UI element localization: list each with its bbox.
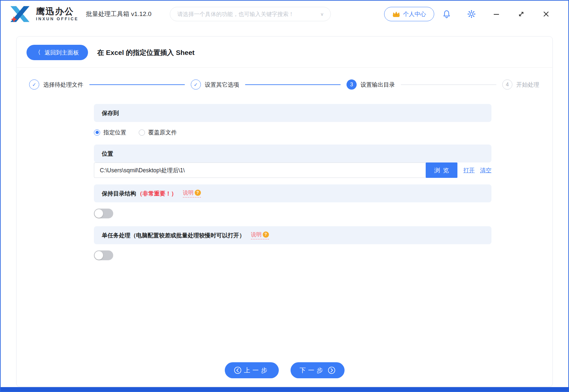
single-task-help-link[interactable]: 说明 ? bbox=[251, 231, 269, 239]
step-1-label: 选择待处理文件 bbox=[43, 81, 83, 89]
save-to-options: 指定位置 覆盖原文件 bbox=[94, 126, 491, 139]
user-center-button[interactable]: 个人中心 bbox=[384, 7, 434, 21]
keep-structure-help-link[interactable]: 说明 ? bbox=[183, 189, 201, 197]
arrow-left-circle-icon bbox=[234, 366, 241, 374]
next-step-label: 下一步 bbox=[300, 366, 325, 375]
output-path-input[interactable] bbox=[94, 162, 426, 178]
path-link-actions: 打开 清空 bbox=[463, 166, 491, 174]
location-section-header: 位置 bbox=[94, 145, 491, 162]
logo-text: 鹰迅办公 INXUN OFFICE bbox=[36, 7, 79, 21]
function-search-select[interactable]: 请选择一个具体的功能，也可输入关键字搜索！ ∨ bbox=[170, 7, 331, 21]
maximize-icon bbox=[517, 10, 525, 18]
back-to-dashboard-button[interactable]: 〈 返回到主面板 bbox=[27, 45, 88, 60]
single-task-toggle[interactable] bbox=[94, 250, 113, 260]
keep-structure-toggle[interactable] bbox=[94, 209, 113, 218]
close-button[interactable] bbox=[534, 7, 559, 21]
output-settings-form: 保存到 指定位置 覆盖原文件 位置 浏览 打开 清空 保持目录结构 bbox=[94, 104, 491, 260]
check-icon: ✓ bbox=[32, 82, 36, 88]
panel-header: 〈 返回到主面板 在 Excel 的指定位置插入 Sheet bbox=[17, 37, 552, 68]
previous-step-label: 上一步 bbox=[244, 366, 270, 375]
maximize-button[interactable] bbox=[509, 7, 534, 21]
keep-structure-section-header: 保持目录结构 （非常重要！） 说明 ? bbox=[94, 184, 491, 202]
logo-icon bbox=[7, 4, 33, 24]
keep-structure-toggle-row bbox=[94, 209, 491, 218]
chevron-left-icon: 〈 bbox=[36, 49, 41, 56]
settings-button[interactable] bbox=[459, 7, 484, 21]
step-2-label: 设置其它选项 bbox=[205, 81, 239, 89]
step-3-label: 设置输出目录 bbox=[361, 81, 395, 89]
radio-overwrite-original[interactable]: 覆盖原文件 bbox=[139, 128, 177, 136]
chevron-down-icon: ∨ bbox=[320, 11, 324, 17]
notifications-button[interactable] bbox=[434, 7, 459, 21]
location-title: 位置 bbox=[102, 150, 113, 158]
step-3-circle: 3 bbox=[347, 79, 357, 90]
clear-path-link[interactable]: 清空 bbox=[480, 166, 491, 174]
radio-dot-icon bbox=[139, 129, 145, 136]
step-1-select-files: ✓ 选择待处理文件 bbox=[29, 79, 83, 90]
toggle-knob bbox=[95, 251, 103, 260]
step-3-output-dir: 3 设置输出目录 bbox=[347, 79, 395, 90]
previous-step-button[interactable]: 上一步 bbox=[225, 362, 279, 378]
minimize-button[interactable] bbox=[484, 7, 509, 21]
app-window: { "header": { "brand": "鹰迅办公", "brand_su… bbox=[0, 0, 569, 392]
step-1-circle: ✓ bbox=[29, 79, 39, 90]
radio-overwrite-original-label: 覆盖原文件 bbox=[148, 128, 177, 136]
keep-structure-important-note: （非常重要！） bbox=[137, 190, 177, 197]
next-step-button[interactable]: 下一步 bbox=[291, 362, 345, 378]
single-task-toggle-row bbox=[94, 250, 491, 260]
page-title: 在 Excel 的指定位置插入 Sheet bbox=[97, 48, 195, 57]
radio-specified-location[interactable]: 指定位置 bbox=[94, 128, 126, 136]
title-bar: 鹰迅办公 INXUN OFFICE 批量处理工具箱 v1.12.0 请选择一个具… bbox=[1, 1, 568, 27]
help-link-label: 说明 bbox=[251, 231, 262, 238]
wizard-nav-buttons: 上一步 下一步 bbox=[17, 362, 552, 378]
radio-dot-icon bbox=[94, 129, 100, 136]
back-button-label: 返回到主面板 bbox=[44, 49, 79, 57]
open-folder-link[interactable]: 打开 bbox=[463, 166, 475, 174]
arrow-right-circle-icon bbox=[328, 366, 335, 374]
header-actions: 个人中心 bbox=[384, 7, 559, 21]
app-logo: 鹰迅办公 INXUN OFFICE bbox=[7, 4, 79, 24]
close-icon bbox=[542, 10, 550, 18]
check-icon: ✓ bbox=[194, 82, 198, 88]
save-to-section-header: 保存到 bbox=[94, 104, 491, 122]
app-title: 批量处理工具箱 v1.12.0 bbox=[86, 10, 151, 18]
step-2-options: ✓ 设置其它选项 bbox=[191, 79, 239, 90]
step-connector-1 bbox=[89, 84, 185, 85]
brand-name: 鹰迅办公 bbox=[36, 7, 79, 16]
step-progress: ✓ 选择待处理文件 ✓ 设置其它选项 3 设置输出目录 4 开始处理 bbox=[29, 79, 539, 90]
single-task-title: 单任务处理（电脑配置较差或批量处理较慢时可以打开） bbox=[102, 231, 245, 239]
brand-subname: INXUN OFFICE bbox=[36, 17, 79, 21]
step-4-circle: 4 bbox=[502, 79, 512, 90]
gear-icon bbox=[467, 9, 476, 19]
user-center-label: 个人中心 bbox=[403, 10, 426, 18]
window-border-bottom bbox=[1, 387, 568, 391]
step-connector-3 bbox=[401, 84, 496, 85]
bell-icon bbox=[442, 9, 451, 19]
step-2-circle: ✓ bbox=[191, 79, 201, 90]
toggle-knob bbox=[95, 209, 103, 218]
single-task-section-header: 单任务处理（电脑配置较差或批量处理较慢时可以打开） 说明 ? bbox=[94, 226, 491, 244]
step-4-label: 开始处理 bbox=[516, 81, 539, 89]
question-mark-icon: ? bbox=[263, 231, 269, 238]
step-connector-2 bbox=[245, 84, 341, 85]
minimize-icon bbox=[492, 10, 500, 18]
browse-button[interactable]: 浏览 bbox=[426, 162, 457, 178]
main-panel: 〈 返回到主面板 在 Excel 的指定位置插入 Sheet ✓ 选择待处理文件… bbox=[16, 36, 553, 387]
crown-icon bbox=[392, 11, 400, 17]
keep-structure-title: 保持目录结构 bbox=[102, 190, 136, 197]
save-to-title: 保存到 bbox=[102, 109, 119, 117]
step-4-start: 4 开始处理 bbox=[502, 79, 539, 90]
output-path-row: 浏览 打开 清空 bbox=[94, 162, 491, 178]
radio-specified-location-label: 指定位置 bbox=[103, 128, 126, 136]
search-placeholder: 请选择一个具体的功能，也可输入关键字搜索！ bbox=[177, 10, 294, 18]
help-link-label: 说明 bbox=[183, 189, 194, 196]
question-mark-icon: ? bbox=[195, 190, 201, 196]
